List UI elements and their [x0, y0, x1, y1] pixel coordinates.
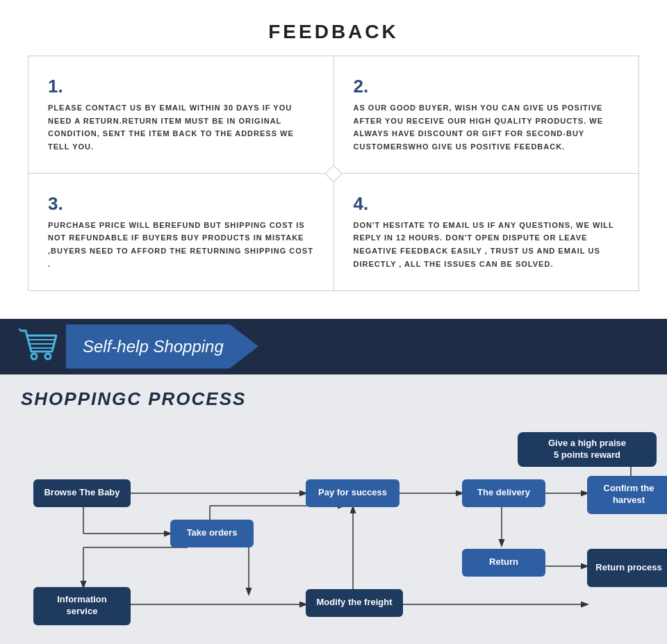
node-delivery: The delivery: [462, 479, 545, 507]
node-info: Information service: [33, 587, 131, 625]
banner-arrow: Self-help Shopping: [66, 324, 258, 369]
feedback-text-4: DON'T HESITATE TO EMAIL US IF ANY QUESTI…: [354, 219, 620, 271]
feedback-text-2: AS OUR GOOD BUYER, WISH YOU CAN GIVE US …: [354, 101, 620, 154]
feedback-item-4: 4. DON'T HESITATE TO EMAIL US IF ANY QUE…: [334, 174, 640, 291]
feedback-num-3: 3.: [48, 193, 63, 215]
banner-title: Self-help Shopping: [83, 337, 224, 356]
node-take-orders: Take orders: [170, 520, 254, 547]
node-pay: Pay for success: [306, 479, 400, 507]
node-modify: Modify the freight: [306, 589, 403, 617]
cart-svg: [17, 327, 59, 365]
process-title: SHOPPINGC PROCESS: [21, 388, 646, 410]
feedback-text-3: PURCHASE PRICE WILL BEREFUND BUT SHIPPIN…: [48, 219, 314, 271]
feedback-item-1: 1. PLEASE CONTACT US BY EMAIL WITHIN 30 …: [28, 56, 334, 174]
feedback-item-3: 3. PURCHASE PRICE WILL BEREFUND BUT SHIP…: [28, 174, 334, 291]
banner-section: Self-help Shopping: [0, 319, 667, 374]
feedback-title: FEEDBACK: [28, 14, 639, 56]
node-reward: Give a high praise 5 points reward: [518, 432, 657, 467]
feedback-num-1: 1.: [48, 76, 63, 97]
feedback-section: FEEDBACK 1. PLEASE CONTACT US BY EMAIL W…: [0, 0, 667, 319]
node-return: Return: [462, 549, 545, 577]
node-browse: Browse The Baby: [33, 479, 131, 507]
node-return-process: Return process: [587, 549, 667, 587]
process-section: SHOPPINGC PROCESS: [0, 374, 667, 645]
feedback-item-2: 2. AS OUR GOOD BUYER, WISH YOU CAN GIVE …: [334, 56, 640, 174]
feedback-text-1: PLEASE CONTACT US BY EMAIL WITHIN 30 DAY…: [48, 101, 314, 154]
feedback-num-2: 2.: [354, 76, 369, 97]
svg-point-3: [31, 354, 37, 359]
svg-point-4: [45, 354, 51, 359]
feedback-num-4: 4.: [354, 193, 369, 215]
node-confirm: Confirm the harvest: [587, 476, 667, 514]
flowchart: Browse The Baby Take orders Pay for succ…: [21, 431, 646, 645]
cart-icon: [14, 326, 63, 368]
